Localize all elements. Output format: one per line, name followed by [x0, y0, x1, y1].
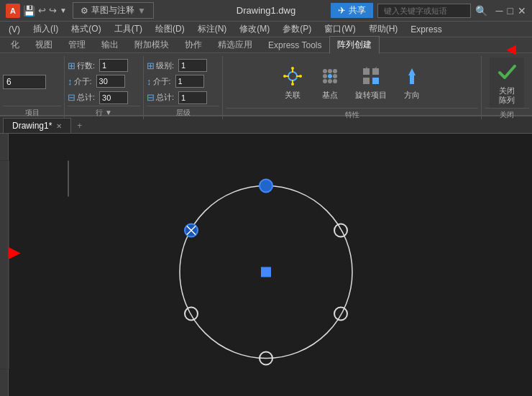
- share-icon: ✈: [338, 5, 346, 16]
- menu-dim[interactable]: 标注(N): [192, 22, 233, 37]
- tab-view[interactable]: 视图: [27, 36, 60, 54]
- level-total-row: ⊟ 总计:: [147, 90, 219, 106]
- ribbon-section-rows: ⊞ 行数: ↕ 介于: ⊟ 总计: 行 ▼: [65, 56, 144, 119]
- window-title: Drawing1.dwg: [237, 5, 295, 16]
- level-count-input[interactable]: [178, 59, 207, 72]
- close-button[interactable]: ✕: [518, 5, 526, 17]
- svg-point-13: [328, 74, 332, 78]
- menu-window[interactable]: 窗口(W): [318, 22, 361, 37]
- row-between-row: ↕ 介于:: [68, 73, 140, 89]
- svg-rect-25: [410, 75, 414, 84]
- row-count-label: ⊞ 行数:: [68, 60, 95, 71]
- svg-point-8: [299, 75, 302, 78]
- title-bar-left: A 💾 ↩ ↪ ▼ ⚙ 草图与注释 ▼: [6, 2, 154, 19]
- ribbon-section-properties: 关联 基点: [223, 56, 482, 119]
- btn-close-array-label: 关闭 陈列: [499, 86, 515, 105]
- menu-insert[interactable]: 插入(I): [27, 22, 64, 37]
- tab-express-tools[interactable]: Express Tools: [260, 37, 329, 53]
- menu-format[interactable]: 格式(O): [65, 22, 106, 37]
- close-buttons: 关闭 陈列: [485, 57, 529, 108]
- menu-draw[interactable]: 绘图(D): [150, 22, 191, 37]
- level-total-icon: ⊟: [147, 92, 155, 103]
- row-between-icon: ↕: [68, 76, 73, 87]
- menu-express[interactable]: Express: [405, 23, 447, 36]
- tab-featured[interactable]: 精选应用: [210, 36, 260, 54]
- direction-icon: [400, 65, 423, 88]
- tab-output[interactable]: 输出: [93, 36, 127, 54]
- ribbon-content: 项目 ⊞ 行数: ↕ 介于: ⊟ 总计:: [0, 53, 532, 116]
- svg-point-16: [328, 69, 332, 73]
- app-icon[interactable]: A: [6, 4, 20, 18]
- title-bar: A 💾 ↩ ↪ ▼ ⚙ 草图与注释 ▼ Drawing1.dwg ✈ 共享 🔍 …: [0, 0, 532, 22]
- ribbon-section-levels: ⊞ 级别: ↕ 介于: ⊟ 总计: 层级: [144, 56, 223, 119]
- tab-collab[interactable]: 协作: [177, 36, 210, 54]
- doc-tab-close-btn[interactable]: ✕: [56, 122, 62, 130]
- row-count-input[interactable]: [99, 59, 128, 72]
- svg-rect-19: [372, 68, 379, 75]
- svg-point-5: [291, 67, 294, 70]
- project-input-row: [3, 74, 61, 90]
- levels-section-label: 层级: [147, 106, 219, 118]
- level-count-row: ⊞ 级别:: [147, 57, 219, 73]
- menu-v[interactable]: (V): [3, 23, 26, 36]
- row-total-input[interactable]: [99, 91, 128, 104]
- svg-rect-18: [363, 68, 370, 75]
- dropdown-icon[interactable]: ▼: [60, 6, 67, 14]
- level-between-icon: ↕: [147, 76, 152, 87]
- tab-addons[interactable]: 附加模块: [127, 36, 177, 54]
- svg-point-32: [260, 180, 272, 193]
- search-icon[interactable]: 🔍: [475, 5, 487, 17]
- svg-point-0: [288, 72, 297, 80]
- app-menu-btn[interactable]: ⚙ 草图与注释 ▼: [73, 2, 154, 19]
- tab-manage[interactable]: 管理: [60, 36, 93, 54]
- btn-associate[interactable]: 关联: [275, 57, 310, 108]
- redo-icon[interactable]: ↪: [49, 5, 57, 16]
- ribbon-section-close: 关闭 陈列 关闭 ▶: [482, 56, 532, 119]
- close-section-label: 关闭: [485, 108, 529, 120]
- svg-line-23: [375, 67, 377, 68]
- search-input[interactable]: [377, 4, 471, 18]
- project-value-input[interactable]: [3, 75, 46, 89]
- row-total-row: ⊟ 总计:: [68, 90, 140, 106]
- minimize-button[interactable]: ─: [496, 5, 503, 17]
- project-rows: [3, 57, 61, 106]
- drawing-svg: [0, 134, 532, 396]
- menu-params[interactable]: 参数(P): [277, 22, 317, 37]
- menu-bar: (V) 插入(I) 格式(O) 工具(T) 绘图(D) 标注(N) 修改(M) …: [0, 22, 532, 37]
- svg-point-14: [323, 74, 327, 78]
- row-between-label: ↕ 介于:: [68, 76, 92, 87]
- svg-rect-31: [261, 267, 271, 277]
- red-arrow-left: ▶: [9, 244, 19, 261]
- gear-icon: ⚙: [81, 6, 88, 16]
- svg-point-10: [333, 69, 337, 73]
- doc-tab-drawing1[interactable]: Drawing1* ✕: [3, 118, 71, 133]
- btn-rotate-items[interactable]: 旋转项目: [350, 57, 392, 108]
- level-total-input[interactable]: [178, 91, 207, 104]
- canvas-area: ▶: [0, 134, 532, 396]
- level-between-input[interactable]: [175, 75, 204, 88]
- btn-basepoint[interactable]: 基点: [313, 57, 347, 108]
- undo-icon[interactable]: ↩: [38, 5, 46, 16]
- btn-close-array[interactable]: 关闭 陈列: [490, 57, 524, 108]
- row-icon: ⊞: [68, 60, 75, 71]
- level-count-label: ⊞ 级别:: [147, 60, 174, 71]
- doc-tab-add-btn[interactable]: +: [71, 119, 88, 133]
- svg-point-17: [328, 79, 332, 83]
- menu-modify[interactable]: 修改(M): [234, 22, 275, 37]
- btn-direction[interactable]: 方向: [395, 57, 429, 108]
- menu-tools[interactable]: 工具(T): [109, 22, 148, 37]
- svg-rect-21: [372, 78, 379, 84]
- svg-point-7: [283, 75, 286, 78]
- tab-hua[interactable]: 化: [3, 36, 27, 54]
- associate-icon: [281, 65, 304, 88]
- save-icon[interactable]: 💾: [23, 5, 35, 17]
- share-button[interactable]: ✈ 共享: [331, 3, 373, 18]
- maximize-button[interactable]: □: [508, 5, 513, 17]
- row-between-input[interactable]: [96, 75, 125, 88]
- btn-direction-label: 方向: [404, 91, 420, 100]
- row-total-icon: ⊟: [68, 92, 75, 103]
- title-bar-right: ✈ 共享 🔍 ─ □ ✕: [331, 3, 526, 18]
- properties-buttons: 关联 基点: [226, 57, 478, 108]
- tab-array-create[interactable]: 阵列创建: [329, 36, 380, 54]
- menu-help[interactable]: 帮助(H): [363, 22, 404, 37]
